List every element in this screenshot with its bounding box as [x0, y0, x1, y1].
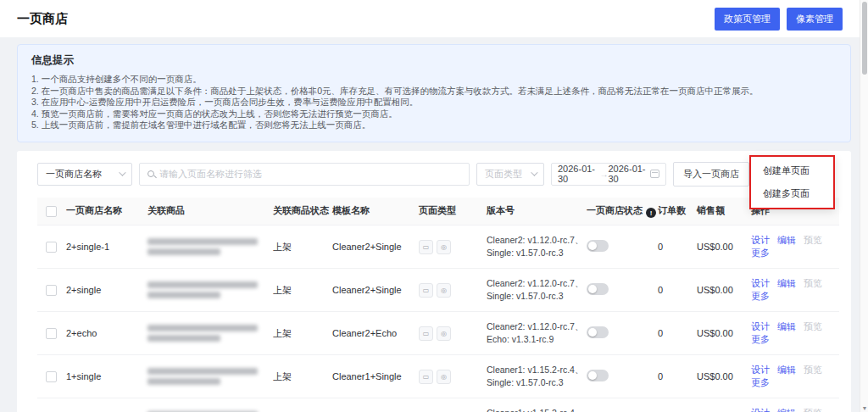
store-status-toggle[interactable]	[587, 326, 609, 338]
version-number: Cleaner1: v1.15.2-rc.4、Single: v1.57.0-r…	[487, 355, 587, 398]
order-count: 0	[658, 269, 697, 312]
page-type-icons: ▭◎	[419, 283, 451, 298]
product-status: 上架	[273, 312, 332, 355]
column-store-name: 一页商店名称	[66, 198, 147, 225]
table-row: 2+single-1 上架 Cleaner2+Single ▭◎ Cleaner…	[37, 225, 839, 269]
preview-link[interactable]: 预览	[804, 365, 822, 375]
column-template-name: 模板名称	[332, 198, 419, 225]
info-panel-title: 信息提示	[31, 53, 837, 68]
sales-amount: US$0.00	[697, 269, 751, 312]
preview-link[interactable]: 预览	[804, 408, 822, 412]
info-panel: 信息提示 1. 一个商品支持创建多个不同的一页商店。2. 在一页商店中售卖的商品…	[17, 44, 851, 142]
top-bar: 一页商店 政策页管理 像素管理	[0, 0, 868, 37]
filter-bar: 一页商店名称 请输入页面名称进行筛选 页面类型 2026-01-30 → 202…	[37, 162, 831, 187]
scroll-down-arrow-icon[interactable]: ▼	[860, 405, 868, 411]
design-link[interactable]: 设计	[751, 278, 770, 288]
linked-product-redacted	[147, 368, 266, 385]
linked-product-redacted	[147, 281, 266, 298]
template-name: Cleaner1+Single	[332, 355, 419, 398]
import-store-button[interactable]: 导入一页商店	[673, 162, 749, 187]
table-row: 1+echo 上架 Cleaner1+Echo ▭◎ Cleaner1: v1.…	[37, 398, 839, 412]
version-number: Cleaner2: v1.12.0-rc.7、Single: v1.57.0-r…	[487, 269, 587, 312]
template-name: Cleaner2+Single	[332, 269, 419, 312]
scrollbar-thumb[interactable]	[862, 2, 867, 75]
row-checkbox[interactable]	[46, 328, 57, 339]
table-row: 2+echo 上架 Cleaner2+Echo ▭◎ Cleaner2: v1.…	[37, 312, 839, 355]
create-menu-item[interactable]: 创建单页面	[751, 159, 833, 182]
store-status-toggle[interactable]	[587, 240, 609, 252]
info-icon[interactable]: !	[646, 208, 656, 218]
preview-link[interactable]: 预览	[804, 235, 822, 245]
page-type-filter-placeholder: 页面类型	[485, 168, 522, 181]
order-count: 0	[658, 225, 697, 269]
date-end-value: 2026-01-30	[609, 164, 651, 184]
more-link[interactable]: 更多	[751, 248, 770, 258]
edit-link[interactable]: 编辑	[777, 365, 796, 375]
design-link[interactable]: 设计	[751, 408, 770, 412]
column-product-status: 关联商品状态	[273, 198, 332, 225]
page-type-icons: ▭◎	[419, 240, 451, 254]
chevron-down-icon	[531, 169, 537, 175]
store-name: 1+single	[66, 371, 101, 381]
info-line: 3. 在应用中心-运费险应用中开启运费险后，一页商店会同步生效，费率与运费险应用…	[31, 97, 837, 109]
store-status-toggle[interactable]	[587, 283, 609, 295]
toggle-knob	[588, 328, 597, 337]
column-store-status-label: 一页商店状态	[587, 205, 643, 215]
preview-link[interactable]: 预览	[804, 321, 822, 331]
multi-page-icon: ◎	[437, 370, 451, 384]
product-status: 上架	[273, 269, 332, 312]
policy-page-management-button[interactable]: 政策页管理	[715, 8, 780, 31]
table-header-row: 一页商店名称 关联商品 关联商品状态 模板名称 页面类型 版本号 一页商店状态!…	[37, 198, 839, 225]
toggle-knob	[588, 242, 597, 250]
pixel-management-button[interactable]: 像素管理	[787, 8, 843, 31]
order-count: 0	[658, 312, 697, 355]
design-link[interactable]: 设计	[751, 365, 770, 375]
page-type-icons: ▭◎	[419, 370, 451, 384]
topbar-actions: 政策页管理 像素管理	[715, 8, 843, 31]
edit-link[interactable]: 编辑	[777, 235, 796, 245]
chevron-down-icon	[119, 169, 125, 175]
linked-product-redacted	[147, 325, 266, 342]
table-body: 2+single-1 上架 Cleaner2+Single ▭◎ Cleaner…	[37, 225, 839, 412]
search-input[interactable]: 请输入页面名称进行筛选	[139, 163, 470, 186]
design-link[interactable]: 设计	[751, 235, 770, 245]
single-page-icon: ▭	[419, 370, 433, 384]
column-sales: 销售额	[697, 198, 751, 225]
page-title: 一页商店	[17, 11, 68, 27]
date-start-value: 2026-01-30	[558, 164, 600, 184]
edit-link[interactable]: 编辑	[777, 278, 796, 288]
store-name-filter-select[interactable]: 一页商店名称	[37, 163, 132, 186]
sales-amount: US$0.00	[697, 355, 751, 398]
more-link[interactable]: 更多	[751, 377, 770, 387]
more-link[interactable]: 更多	[751, 334, 770, 344]
multi-page-icon: ◎	[437, 240, 451, 254]
store-table: 一页商店名称 关联商品 关联商品状态 模板名称 页面类型 版本号 一页商店状态!…	[37, 198, 839, 412]
more-link[interactable]: 更多	[751, 291, 770, 301]
table-row: 2+single 上架 Cleaner2+Single ▭◎ Cleaner2:…	[37, 269, 839, 312]
order-count: 0	[658, 355, 697, 398]
version-number: Cleaner2: v1.12.0-rc.7、Echo: v1.3.1-rc.9	[487, 312, 587, 355]
page-type-filter-select[interactable]: 页面类型	[476, 163, 544, 186]
column-store-status: 一页商店状态!	[587, 198, 658, 225]
select-all-checkbox[interactable]	[46, 206, 57, 217]
row-checkbox[interactable]	[46, 242, 57, 253]
store-name-filter-value: 一页商店名称	[46, 168, 102, 181]
create-menu-item[interactable]: 创建多页面	[751, 182, 833, 205]
preview-link[interactable]: 预览	[804, 278, 822, 288]
template-name: Cleaner2+Single	[332, 225, 419, 269]
date-range-arrow: →	[600, 170, 609, 179]
create-menu: 创建单页面创建多页面	[749, 155, 835, 209]
row-checkbox[interactable]	[46, 285, 57, 296]
date-range-picker[interactable]: 2026-01-30 → 2026-01-30	[551, 163, 666, 186]
store-status-toggle[interactable]	[587, 370, 609, 381]
edit-link[interactable]: 编辑	[777, 321, 796, 331]
order-count: 0	[658, 398, 697, 412]
edit-link[interactable]: 编辑	[777, 408, 796, 412]
multi-page-icon: ◎	[437, 326, 451, 341]
vertical-scrollbar[interactable]: ▼	[860, 0, 868, 412]
store-list-card: 一页商店名称 请输入页面名称进行筛选 页面类型 2026-01-30 → 202…	[17, 151, 851, 412]
store-name: 2+single	[66, 285, 101, 295]
version-number: Cleaner1: v1.15.2-rc.4、Echo: v1.3.1-rc.9	[487, 398, 587, 412]
design-link[interactable]: 设计	[751, 321, 770, 331]
row-checkbox[interactable]	[46, 371, 57, 382]
